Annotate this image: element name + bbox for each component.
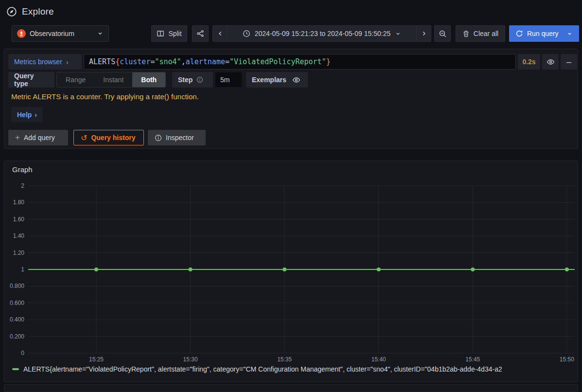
svg-text:0.400: 0.400 [10, 316, 24, 323]
svg-text:2: 2 [21, 182, 24, 189]
clock-icon [243, 30, 250, 37]
svg-text:15:35: 15:35 [277, 356, 292, 363]
svg-text:15:25: 15:25 [89, 356, 104, 363]
query-type-label: Query type [8, 72, 54, 88]
query-duration-badge: 0.2s [518, 54, 540, 70]
svg-text:1.40: 1.40 [13, 232, 25, 239]
graph-canvas[interactable]: 00.2000.4000.6000.80011.201.401.601.8021… [4, 179, 578, 367]
time-range-button[interactable]: 2024-05-09 15:21:23 to 2024-05-09 15:50:… [227, 26, 417, 41]
chevron-right-icon: › [66, 58, 69, 66]
query-history-button[interactable]: ↺ Query history [73, 130, 144, 145]
series-color-dash [12, 368, 19, 370]
chevron-down-icon [395, 31, 401, 37]
trash-icon [462, 30, 470, 37]
time-range-text: 2024-05-09 15:21:23 to 2024-05-09 15:50:… [255, 30, 390, 37]
help-link[interactable]: Help › [11, 107, 43, 122]
query-expression-input[interactable]: ALERTS{cluster="sno4",alertname="Violate… [84, 54, 516, 70]
svg-text:1.80: 1.80 [13, 199, 25, 206]
step-label: Step [172, 72, 213, 88]
svg-text:15:50: 15:50 [560, 356, 574, 363]
radio-instant[interactable]: Instant [94, 72, 132, 87]
chevron-down-icon [97, 30, 104, 37]
history-icon: ↺ [81, 133, 87, 143]
svg-text:15:30: 15:30 [183, 356, 198, 363]
svg-text:0.800: 0.800 [10, 283, 24, 289]
run-query-label: Run query [527, 30, 559, 37]
time-forward-button[interactable] [417, 26, 431, 41]
time-back-button[interactable] [213, 26, 227, 41]
svg-text:1.60: 1.60 [13, 216, 25, 223]
svg-text:1.20: 1.20 [13, 249, 25, 256]
split-label: Split [168, 30, 181, 37]
add-query-button[interactable]: + Add query [8, 130, 68, 145]
run-query-button[interactable]: Run query [509, 25, 579, 42]
zoom-out-icon [439, 30, 447, 38]
datasource-label: Observatorium [30, 30, 93, 37]
split-icon [157, 30, 164, 37]
query-type-radio-group: Range Instant Both [56, 72, 166, 88]
svg-text:1: 1 [21, 266, 24, 273]
exemplars-eye-icon[interactable] [292, 76, 300, 84]
toggle-query-visibility-button[interactable] [542, 54, 559, 70]
svg-text:0: 0 [21, 350, 24, 356]
collapse-query-button[interactable]: – [561, 54, 577, 70]
svg-text:0.200: 0.200 [10, 333, 24, 340]
graph-panel: Graph 00.2000.4000.6000.80011.201.401.60… [4, 160, 578, 382]
page-title: Explore [22, 6, 54, 17]
minus-icon: – [566, 57, 571, 67]
plus-icon: + [15, 133, 20, 143]
chevron-right-icon: › [35, 111, 37, 119]
share-icon [196, 30, 204, 37]
clear-all-label: Clear all [474, 30, 498, 37]
datasource-picker[interactable]: Observatorium [12, 25, 109, 42]
metrics-browser-button[interactable]: Metrics browser › [8, 54, 82, 70]
zoom-out-button[interactable] [434, 25, 451, 42]
clear-all-button[interactable]: Clear all [456, 25, 505, 42]
series-legend-label: ALERTS{alertname="ViolatedPolicyReport",… [23, 365, 502, 373]
graph-panel-title: Graph [12, 165, 33, 174]
run-query-dropdown[interactable] [566, 31, 573, 37]
prometheus-icon [17, 29, 26, 38]
radio-range[interactable]: Range [57, 72, 94, 87]
svg-text:15:40: 15:40 [371, 356, 386, 363]
compass-icon [6, 6, 17, 17]
radio-both[interactable]: Both [132, 72, 165, 87]
step-input[interactable]: 5m [215, 72, 242, 88]
series-legend-item[interactable]: ALERTS{alertname="ViolatedPolicyReport",… [12, 365, 578, 373]
refresh-icon [515, 30, 523, 37]
exemplars-label: Exemplars [246, 72, 308, 88]
explore-header: Explore [6, 6, 54, 17]
counter-warning-text: Metric ALERTS is a counter. Try applying… [11, 92, 199, 101]
info-icon [196, 76, 203, 83]
svg-text:0.600: 0.600 [10, 300, 24, 306]
info-icon [155, 134, 162, 142]
query-editor-panel: Metrics browser › ALERTS{cluster="sno4",… [4, 49, 578, 149]
inspector-button[interactable]: Inspector [148, 130, 206, 145]
time-picker: 2024-05-09 15:21:23 to 2024-05-09 15:50:… [212, 25, 431, 42]
next-panel-stub[interactable] [4, 384, 578, 392]
metrics-browser-label: Metrics browser [14, 58, 62, 66]
share-button[interactable] [192, 25, 209, 42]
split-button[interactable]: Split [151, 25, 187, 42]
svg-text:15:45: 15:45 [465, 356, 480, 363]
